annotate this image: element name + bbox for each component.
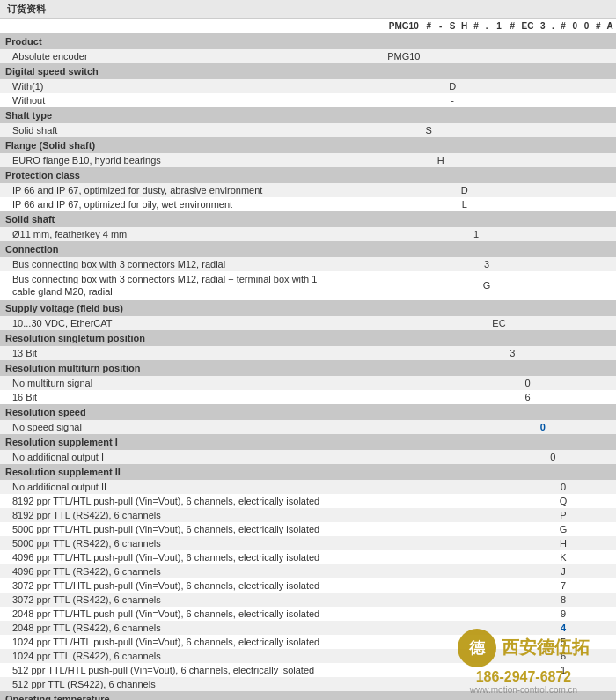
code-cell-2 bbox=[435, 621, 447, 635]
data-row: IP 66 and IP 67, optimized for oily, wet… bbox=[0, 197, 616, 211]
code-cell-16 bbox=[604, 550, 616, 564]
code-cell-4: L bbox=[458, 197, 471, 211]
code-cell-14 bbox=[581, 153, 592, 167]
code-cell-5 bbox=[470, 346, 481, 360]
code-cell-1 bbox=[423, 635, 435, 649]
section-label: Resolution speed bbox=[0, 404, 616, 420]
code-cell-6 bbox=[482, 593, 492, 607]
code-cell-8 bbox=[507, 621, 518, 635]
data-row: 8192 ppr TTL (RS422), 6 channelsP bbox=[0, 508, 616, 522]
code-cell-10 bbox=[537, 93, 548, 107]
code-cell-12: 0 bbox=[557, 480, 569, 494]
code-cell-5 bbox=[470, 376, 481, 390]
code-cell-5: 1 bbox=[470, 227, 481, 241]
code-cell-12 bbox=[557, 183, 569, 197]
code-cell-16 bbox=[604, 480, 616, 494]
section-header-row: Solid shaft bbox=[0, 211, 616, 227]
code-cell-0 bbox=[385, 420, 422, 434]
row-label: 5000 ppr TTL/HTL push-pull (Vin=Vout), 6… bbox=[0, 522, 341, 536]
row-label: Without bbox=[0, 93, 341, 107]
code-cell-12: G bbox=[557, 522, 569, 536]
code-cell-2 bbox=[435, 49, 447, 63]
code-cell-5 bbox=[470, 480, 481, 494]
section-header-row: Operating temperature bbox=[0, 691, 616, 700]
code-cell-3 bbox=[446, 663, 458, 677]
code-cell-16 bbox=[604, 593, 616, 607]
code-cell-12 bbox=[557, 271, 569, 300]
code-cell-4 bbox=[458, 49, 471, 63]
code-cell-8 bbox=[507, 420, 518, 434]
code-cell-5 bbox=[470, 607, 481, 621]
code-cell-0 bbox=[385, 522, 422, 536]
header-bar: 订货资料 bbox=[0, 0, 616, 19]
code-cell-11 bbox=[548, 346, 557, 360]
code-cell-7 bbox=[491, 480, 506, 494]
row-label: 512 ppr TTL/HTL push-pull (Vin=Vout), 6 … bbox=[0, 663, 341, 677]
code-cell-1 bbox=[423, 593, 435, 607]
code-cell-5 bbox=[470, 508, 481, 522]
row-label: No additional output I bbox=[0, 450, 341, 464]
code-cell-0 bbox=[385, 450, 422, 464]
code-cell-9 bbox=[518, 183, 537, 197]
code-cell-4 bbox=[458, 123, 471, 137]
code-cell-1 bbox=[423, 390, 435, 404]
data-row: Ø11 mm, featherkey 4 mm1 bbox=[0, 227, 616, 241]
code-cell-2 bbox=[435, 663, 447, 677]
code-cell-3 bbox=[446, 564, 458, 578]
code-cell-13 bbox=[569, 79, 581, 93]
code-cell-4 bbox=[458, 346, 471, 360]
code-cell-10 bbox=[537, 550, 548, 564]
code-cell-8 bbox=[507, 536, 518, 550]
row-label: 3072 ppr TTL (RS422), 6 channels bbox=[0, 593, 341, 607]
code-cell-16 bbox=[604, 153, 616, 167]
code-cell-5 bbox=[470, 197, 481, 211]
code-cell-16 bbox=[604, 376, 616, 390]
code-cell-3 bbox=[446, 123, 458, 137]
code-cell-9 bbox=[518, 494, 537, 508]
data-row: With(1)D bbox=[0, 79, 616, 93]
code-cell-12: H bbox=[557, 536, 569, 550]
code-cell-13 bbox=[569, 593, 581, 607]
code-cell-11 bbox=[548, 271, 557, 300]
code-cell-1 bbox=[423, 376, 435, 390]
code-cell-6 bbox=[482, 564, 492, 578]
code-cell-1 bbox=[423, 227, 435, 241]
code-cell-10 bbox=[537, 376, 548, 390]
code-cell-2 bbox=[435, 522, 447, 536]
code-cell-1 bbox=[423, 677, 435, 691]
code-cell-15 bbox=[592, 390, 604, 404]
code-cell-11 bbox=[548, 49, 557, 63]
row-label: Ø11 mm, featherkey 4 mm bbox=[0, 227, 341, 241]
code-cell-15 bbox=[592, 420, 604, 434]
code-cell-15 bbox=[592, 227, 604, 241]
code-cell-4: D bbox=[458, 183, 471, 197]
code-cell-13 bbox=[569, 450, 581, 464]
row-label: 8192 ppr TTL/HTL push-pull (Vin=Vout), 6… bbox=[0, 494, 341, 508]
section-label: Resolution supplement II bbox=[0, 464, 616, 480]
code-cell-15 bbox=[592, 621, 604, 635]
code-cell-16 bbox=[604, 93, 616, 107]
code-cell-3 bbox=[446, 536, 458, 550]
code-cell-11 bbox=[548, 390, 557, 404]
code-cell-10 bbox=[537, 390, 548, 404]
code-cell-14 bbox=[581, 450, 592, 464]
code-cell-6 bbox=[482, 621, 492, 635]
code-cell-8 bbox=[507, 183, 518, 197]
code-cell-11 bbox=[548, 550, 557, 564]
code-cell-8 bbox=[507, 197, 518, 211]
code-cell-7 bbox=[491, 346, 506, 360]
code-cell-16 bbox=[604, 677, 616, 691]
data-row: 3072 ppr TTL/HTL push-pull (Vin=Vout), 6… bbox=[0, 578, 616, 593]
code-cell-14 bbox=[581, 390, 592, 404]
code-cell-8 bbox=[507, 227, 518, 241]
code-cell-6 bbox=[482, 390, 492, 404]
code-cell-4 bbox=[458, 153, 471, 167]
code-cell-7 bbox=[491, 522, 506, 536]
code-cell-10 bbox=[537, 346, 548, 360]
code-cell-9 bbox=[518, 564, 537, 578]
section-label: Solid shaft bbox=[0, 211, 616, 227]
code-cell-15 bbox=[592, 593, 604, 607]
data-row: Bus connecting box with 3 connectors M12… bbox=[0, 271, 616, 300]
section-header-row: Digital speed switch bbox=[0, 63, 616, 79]
code-cell-12: K bbox=[557, 550, 569, 564]
